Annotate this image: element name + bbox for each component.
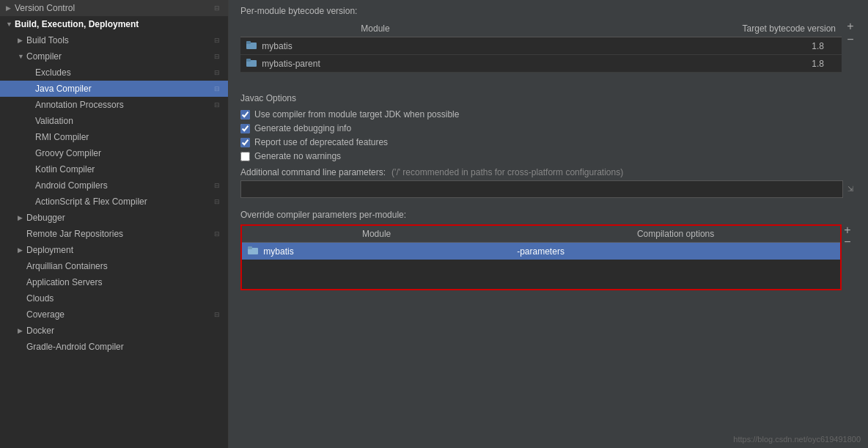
sidebar-item-label: Compiler [26, 51, 209, 62]
sidebar-item-debugger[interactable]: ▶ Debugger [0, 210, 228, 226]
version-cell: 1.8 [510, 37, 842, 55]
sidebar-item-label: ActionScript & Flex Compiler [35, 197, 209, 207]
override-table-container: Module Compilation options [240, 224, 842, 290]
use-compiler-checkbox[interactable] [240, 110, 250, 120]
remove-override-button[interactable]: − [842, 236, 853, 248]
override-module-name: mybatis [263, 246, 293, 257]
badge-icon: ⊟ [212, 180, 222, 191]
override-options-cell: -parameters [511, 243, 840, 260]
additional-params-input[interactable] [240, 180, 843, 198]
folder-icon [246, 40, 257, 49]
sidebar-item-arquillian-containers[interactable]: Arquillian Containers [0, 258, 228, 274]
override-empty-row [242, 260, 840, 289]
no-warnings-label: Generate no warnings [254, 151, 341, 161]
sidebar-item-excludes[interactable]: Excludes ⊟ [0, 65, 228, 81]
sidebar-item-validation[interactable]: Validation [0, 113, 228, 129]
module-cell: mybatis [240, 37, 510, 55]
sidebar-item-label: Build, Execution, Deployment [15, 19, 222, 29]
sidebar-item-version-control[interactable]: ▶ Version Control ⊟ [0, 0, 228, 16]
sidebar-item-label: Clouds [26, 293, 222, 304]
add-module-button[interactable]: + [845, 21, 856, 32]
version-cell: 1.8 [510, 55, 842, 73]
sidebar-item-label: Debugger [26, 213, 222, 223]
sidebar-item-application-servers[interactable]: Application Servers [0, 274, 228, 290]
table-row: mybatis 1.8 [240, 37, 842, 55]
sidebar-item-label: Groovy Compiler [35, 148, 222, 158]
sidebar-item-annotation-processors[interactable]: Annotation Processors ⊟ [0, 97, 228, 113]
override-side-buttons: + − [842, 224, 853, 248]
report-deprecated-label: Report use of deprecated features [254, 137, 388, 147]
sidebar-item-label: Kotlin Compiler [35, 164, 222, 175]
arrow-icon: ▶ [6, 4, 15, 12]
sidebar-item-actionscript-flex[interactable]: ActionScript & Flex Compiler ⊟ [0, 194, 228, 210]
svg-rect-1 [246, 41, 251, 44]
report-deprecated-checkbox[interactable] [240, 138, 250, 147]
sidebar-item-kotlin-compiler[interactable]: Kotlin Compiler [0, 161, 228, 177]
bottom-url: https://blog.csdn.net/oyc619491800 [733, 435, 861, 444]
arrow-icon: ▼ [6, 21, 15, 28]
use-compiler-label: Use compiler from module target JDK when… [254, 109, 459, 120]
sidebar-item-java-compiler[interactable]: Java Compiler ⊟ [0, 81, 228, 97]
module-name: mybatis-parent [262, 59, 320, 69]
sidebar-item-remote-jar-repositories[interactable]: Remote Jar Repositories ⊟ [0, 226, 228, 242]
generate-debug-checkbox[interactable] [240, 124, 250, 133]
no-warnings-checkbox[interactable] [240, 152, 250, 161]
badge-icon: ⊟ [212, 67, 222, 78]
per-module-table-outer: Module Target bytecode version [240, 21, 856, 76]
sidebar-item-label: Java Compiler [35, 84, 209, 94]
sidebar-item-label: Application Servers [26, 277, 222, 287]
arrow-icon: ▶ [18, 214, 26, 221]
sidebar-item-label: Deployment [26, 245, 222, 255]
override-module-header: Module [242, 226, 511, 243]
sidebar-item-groovy-compiler[interactable]: Groovy Compiler [0, 145, 228, 161]
main-content: Per-module bytecode version: Module Targ… [229, 0, 868, 448]
checkbox-row-use-compiler: Use compiler from module target JDK when… [240, 109, 856, 120]
checkbox-row-generate-debug: Generate debugging info [240, 123, 856, 133]
sidebar-item-label: Docker [26, 326, 222, 336]
table-side-buttons: + − [845, 21, 856, 45]
arrow-icon: ▶ [18, 327, 26, 334]
override-options-header: Compilation options [511, 226, 840, 243]
badge-icon: ⊟ [212, 51, 222, 62]
badge-icon: ⊟ [212, 3, 222, 13]
sidebar-item-build-tools[interactable]: ▶ Build Tools ⊟ [0, 32, 228, 48]
sidebar-item-label: Excludes [35, 67, 209, 78]
badge-icon: ⊟ [212, 84, 222, 94]
module-cell: mybatis-parent [240, 55, 510, 73]
override-table: Module Compilation options [242, 226, 840, 289]
sidebar-item-label: Arquillian Containers [26, 261, 222, 271]
additional-params-note: ('/' recommended in paths for cross-plat… [391, 167, 623, 177]
badge-icon: ⊟ [212, 100, 222, 110]
sidebar-item-compiler[interactable]: ▼ Compiler ⊟ [0, 48, 228, 65]
add-override-button[interactable]: + [842, 224, 853, 236]
sidebar-item-label: Build Tools [26, 35, 209, 45]
per-module-table: Module Target bytecode version [240, 21, 842, 73]
sidebar-item-build-execution-deployment[interactable]: ▼ Build, Execution, Deployment [0, 16, 228, 32]
svg-rect-5 [248, 246, 252, 249]
version-header: Target bytecode version [510, 21, 842, 37]
sidebar-item-docker[interactable]: ▶ Docker [0, 323, 228, 339]
module-header: Module [240, 21, 510, 37]
checkbox-row-no-warnings: Generate no warnings [240, 151, 856, 161]
sidebar-item-rmi-compiler[interactable]: RMI Compiler [0, 129, 228, 145]
sidebar-item-deployment[interactable]: ▶ Deployment [0, 242, 228, 258]
checkbox-row-report-deprecated: Report use of deprecated features [240, 137, 856, 147]
sidebar-item-label: Annotation Processors [35, 100, 209, 110]
sidebar: ▶ Version Control ⊟ ▼ Build, Execution, … [0, 0, 229, 448]
expand-params-button[interactable]: ⇲ [845, 183, 856, 195]
badge-icon: ⊟ [212, 309, 222, 320]
module-name: mybatis [262, 41, 292, 51]
sidebar-item-label: Validation [35, 116, 222, 126]
folder-icon [248, 246, 258, 254]
sidebar-item-label: Remote Jar Repositories [26, 229, 209, 239]
table-row: mybatis-parent 1.8 [240, 55, 842, 73]
override-table-outer: Module Compilation options [240, 224, 856, 290]
override-table-row[interactable]: mybatis -parameters [242, 243, 840, 260]
sidebar-item-gradle-android-compiler[interactable]: Gradle-Android Compiler [0, 339, 228, 355]
sidebar-item-android-compilers[interactable]: Android Compilers ⊟ [0, 177, 228, 194]
sidebar-item-coverage[interactable]: Coverage ⊟ [0, 306, 228, 323]
sidebar-item-clouds[interactable]: Clouds [0, 290, 228, 306]
override-module-cell: mybatis [242, 243, 511, 260]
remove-module-button[interactable]: − [845, 34, 856, 45]
sidebar-item-label: Version Control [15, 3, 209, 13]
